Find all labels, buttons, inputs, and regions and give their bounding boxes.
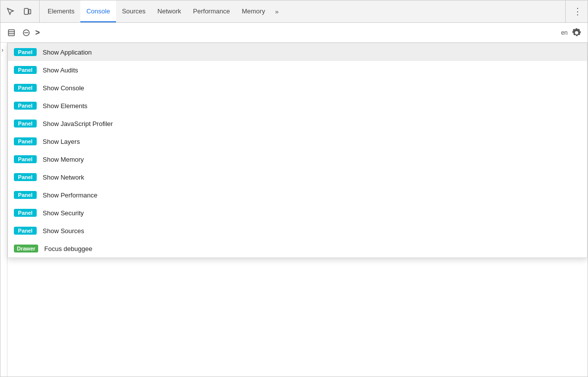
main-content: PanelShow ApplicationPanelShow AuditsPan… bbox=[7, 43, 588, 377]
tab-network[interactable]: Network bbox=[152, 0, 187, 22]
top-toolbar: Elements Console Sources Network Perform… bbox=[0, 0, 588, 23]
autocomplete-item-show-layers[interactable]: PanelShow Layers bbox=[8, 132, 587, 150]
autocomplete-label-focus-debuggee: Focus debuggee bbox=[44, 245, 92, 252]
console-settings-button[interactable] bbox=[570, 26, 584, 40]
autocomplete-item-show-performance[interactable]: PanelShow Performance bbox=[8, 186, 587, 204]
autocomplete-label-show-network: Show Network bbox=[43, 174, 84, 181]
toolbar-icons-left bbox=[2, 0, 40, 22]
console-toolbar: > en bbox=[0, 23, 588, 43]
console-drawer-toggle[interactable] bbox=[4, 26, 18, 40]
autocomplete-item-show-javascript-profiler[interactable]: PanelShow JavaScript Profiler bbox=[8, 115, 587, 132]
badge-panel-show-console: Panel bbox=[14, 84, 37, 92]
badge-panel-show-layers: Panel bbox=[14, 137, 37, 145]
badge-panel-show-audits: Panel bbox=[14, 66, 37, 74]
devtools-window: Elements Console Sources Network Perform… bbox=[0, 0, 588, 377]
svg-rect-1 bbox=[29, 9, 31, 14]
autocomplete-label-show-layers: Show Layers bbox=[43, 138, 80, 145]
badge-panel-show-javascript-profiler: Panel bbox=[14, 120, 37, 127]
device-toolbar-button[interactable] bbox=[19, 3, 35, 19]
inspect-element-button[interactable] bbox=[2, 3, 18, 19]
badge-panel-show-memory: Panel bbox=[14, 155, 37, 163]
badge-panel-show-application: Panel bbox=[14, 48, 37, 56]
autocomplete-label-show-application: Show Application bbox=[43, 49, 92, 56]
console-prompt-area: > bbox=[33, 28, 561, 37]
autocomplete-item-show-audits[interactable]: PanelShow Audits bbox=[8, 61, 587, 79]
tab-console[interactable]: Console bbox=[80, 0, 116, 22]
more-tabs-button[interactable]: » bbox=[271, 0, 283, 22]
more-options-button[interactable]: ⋮ bbox=[570, 3, 586, 19]
svg-rect-0 bbox=[24, 8, 28, 14]
tab-elements[interactable]: Elements bbox=[42, 0, 80, 22]
badge-panel-show-elements: Panel bbox=[14, 102, 37, 110]
autocomplete-item-show-elements[interactable]: PanelShow Elements bbox=[8, 97, 587, 115]
autocomplete-item-show-sources[interactable]: PanelShow Sources bbox=[8, 222, 587, 240]
nav-tabs: Elements Console Sources Network Perform… bbox=[42, 0, 565, 22]
tab-performance[interactable]: Performance bbox=[187, 0, 235, 22]
main-area: › PanelShow ApplicationPanelShow AuditsP… bbox=[0, 43, 588, 377]
sidebar-collapse-area: › bbox=[0, 43, 7, 377]
prompt-arrow: > bbox=[35, 28, 40, 37]
badge-panel-show-performance: Panel bbox=[14, 191, 37, 199]
autocomplete-item-show-security[interactable]: PanelShow Security bbox=[8, 204, 587, 222]
console-input[interactable] bbox=[44, 29, 561, 36]
badge-drawer-focus-debuggee: Drawer bbox=[14, 245, 38, 252]
autocomplete-item-show-network[interactable]: PanelShow Network bbox=[8, 168, 587, 186]
autocomplete-item-show-application[interactable]: PanelShow Application bbox=[8, 43, 587, 61]
tab-sources[interactable]: Sources bbox=[116, 0, 152, 22]
autocomplete-label-show-audits: Show Audits bbox=[43, 66, 78, 74]
autocomplete-item-show-console[interactable]: PanelShow Console bbox=[8, 79, 587, 97]
autocomplete-label-show-sources: Show Sources bbox=[43, 227, 84, 235]
autocomplete-label-show-performance: Show Performance bbox=[43, 191, 98, 199]
filter-label: en bbox=[561, 29, 568, 36]
badge-panel-show-network: Panel bbox=[14, 173, 37, 181]
console-right-controls: en bbox=[561, 26, 584, 40]
autocomplete-item-show-memory[interactable]: PanelShow Memory bbox=[8, 150, 587, 168]
sidebar-expand-icon[interactable]: › bbox=[1, 47, 3, 54]
svg-rect-2 bbox=[8, 30, 14, 36]
autocomplete-label-show-memory: Show Memory bbox=[43, 156, 84, 163]
clear-console-button[interactable] bbox=[19, 26, 33, 40]
toolbar-right: ⋮ bbox=[565, 0, 586, 22]
badge-panel-show-security: Panel bbox=[14, 209, 37, 217]
autocomplete-label-show-security: Show Security bbox=[43, 209, 84, 217]
badge-panel-show-sources: Panel bbox=[14, 227, 37, 235]
autocomplete-item-focus-debuggee[interactable]: DrawerFocus debuggee bbox=[8, 240, 587, 257]
tab-memory[interactable]: Memory bbox=[236, 0, 271, 22]
autocomplete-label-show-console: Show Console bbox=[43, 84, 84, 92]
autocomplete-label-show-javascript-profiler: Show JavaScript Profiler bbox=[43, 120, 113, 127]
autocomplete-dropdown: PanelShow ApplicationPanelShow AuditsPan… bbox=[7, 43, 588, 258]
autocomplete-label-show-elements: Show Elements bbox=[43, 102, 87, 110]
